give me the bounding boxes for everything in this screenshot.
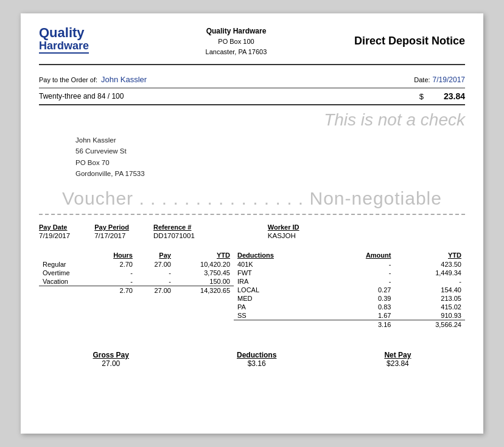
ded-row-label: IRA <box>234 277 326 286</box>
dollar-sign: $ <box>419 92 424 101</box>
earnings-row: Regular 2.70 27.00 10,420.20 <box>39 260 234 269</box>
ded-col-amount: Amount <box>326 250 395 260</box>
not-check-text: This is not a check <box>324 110 465 129</box>
ded-row-ytd: 154.40 <box>394 286 465 294</box>
deductions-row: SS 1.67 910.93 <box>234 311 465 320</box>
voucher-section: Pay Date 7/19/2017 Pay Period 7/17/2017 … <box>39 215 465 368</box>
pay-to-label: Pay to the Order of: <box>39 76 97 83</box>
deductions-row: FWT - 1,449.34 <box>234 269 465 277</box>
pay-to-name: John Kassler <box>101 75 414 84</box>
earnings-table: Hours Pay YTD Regular 2.70 27.00 10,420.… <box>39 250 234 295</box>
amount-value: 23.84 <box>429 91 465 101</box>
company-name: Quality Hardware <box>118 26 354 37</box>
ded-row-amount: 0.27 <box>326 286 395 294</box>
earnings-col-pay: Pay <box>136 250 175 260</box>
earnings-total-row: 2.70 27.00 14,320.65 <box>39 286 234 295</box>
worker-id-col: Worker ID KASJOH <box>268 224 299 239</box>
deductions-row: PA 0.83 415.02 <box>234 303 465 311</box>
earnings-total-ytd: 14,320.65 <box>175 286 234 295</box>
earnings-row-ytd: 3,750.45 <box>175 269 234 277</box>
ded-row-ytd: 213.05 <box>394 294 465 303</box>
not-check-area: This is not a check <box>39 105 465 132</box>
earnings-row-pay: - <box>136 269 175 277</box>
earnings-row: Vacation - - 150.00 <box>39 277 234 286</box>
summary-deductions-label: Deductions <box>237 351 276 359</box>
date-label: Date: <box>414 76 430 83</box>
ded-row-ytd: 1,449.34 <box>394 269 465 277</box>
earnings-row-pay: 27.00 <box>136 260 175 269</box>
ded-row-label: 401K <box>234 260 326 269</box>
voucher-separator: Voucher . . . . . . . . . . . . . . . No… <box>39 182 465 215</box>
deductions-table: Deductions Amount YTD 401K - 423.50 FWT … <box>234 250 465 329</box>
date-value: 7/19/2017 <box>433 76 465 84</box>
worker-id-value: KASJOH <box>268 232 299 239</box>
logo-hardware: Hardware <box>39 40 89 54</box>
deductions-row: MED 0.39 213.05 <box>234 294 465 303</box>
net-pay-col: Net Pay $23.84 <box>384 351 411 368</box>
pay-date-value: 7/19/2017 <box>39 232 70 239</box>
ded-row-label: LOCAL <box>234 286 326 294</box>
worker-id-header: Worker ID <box>268 224 299 231</box>
address-block: John Kassler 56 Curveview St PO Box 70 G… <box>39 132 465 182</box>
earnings-row-label: Regular <box>39 260 94 269</box>
ded-row-amount: 0.39 <box>326 294 395 303</box>
amount-words: Twenty-three and 84 / 100 <box>39 92 419 100</box>
pay-row: Pay to the Order of: John Kassler Date: … <box>39 71 465 88</box>
company-address2: Lancaster, PA 17603 <box>118 47 354 57</box>
net-pay-value: $23.84 <box>384 359 411 368</box>
earnings-row-ytd: 150.00 <box>175 277 234 286</box>
ded-row-label: FWT <box>234 269 326 277</box>
reference-header: Reference # <box>153 224 195 231</box>
pay-info-row: Pay Date 7/19/2017 Pay Period 7/17/2017 … <box>39 224 465 245</box>
summary-deductions-col: Deductions $3.16 <box>237 351 276 368</box>
document: Quality Hardware Quality Hardware PO Box… <box>21 13 483 434</box>
pay-period-value: 7/17/2017 <box>94 232 129 239</box>
logo-area: Quality Hardware <box>39 26 118 54</box>
details-row: Hours Pay YTD Regular 2.70 27.00 10,420.… <box>39 250 465 329</box>
ded-col-label: Deductions <box>234 250 326 260</box>
address-line3: PO Box 70 <box>75 157 465 168</box>
ded-row-amount: - <box>326 277 395 286</box>
notice-title: Direct Deposit Notice <box>354 35 465 48</box>
address-line1: John Kassler <box>75 135 465 146</box>
ded-row-label: SS <box>234 311 326 320</box>
earnings-col-label <box>39 250 94 260</box>
deductions-row: 401K - 423.50 <box>234 260 465 269</box>
company-info: Quality Hardware PO Box 100 Lancaster, P… <box>118 26 354 57</box>
summary-footer: Gross Pay 27.00 Deductions $3.16 Net Pay… <box>39 347 465 368</box>
logo-quality: Quality <box>39 26 118 40</box>
earnings-row-hours: - <box>94 269 136 277</box>
earnings-row-label: Overtime <box>39 269 94 277</box>
ded-row-ytd: 423.50 <box>394 260 465 269</box>
earnings-total-hours: 2.70 <box>94 286 136 295</box>
ded-row-amount: 1.67 <box>326 311 395 320</box>
deductions-row: LOCAL 0.27 154.40 <box>234 286 465 294</box>
ded-row-label: MED <box>234 294 326 303</box>
ded-row-ytd: 910.93 <box>394 311 465 320</box>
reference-col: Reference # DD17071001 <box>153 224 195 239</box>
ded-row-amount: - <box>326 260 395 269</box>
earnings-col-hours: Hours <box>94 250 136 260</box>
ded-row-amount: - <box>326 269 395 277</box>
pay-date-header: Pay Date <box>39 224 70 231</box>
summary-deductions-value: $3.16 <box>237 359 276 368</box>
ded-row-label: PA <box>234 303 326 311</box>
net-pay-label: Net Pay <box>384 351 411 359</box>
header: Quality Hardware Quality Hardware PO Box… <box>39 26 465 65</box>
ded-total-amount: 3.16 <box>326 320 395 329</box>
deductions-section: Deductions Amount YTD 401K - 423.50 FWT … <box>234 250 465 329</box>
earnings-row-ytd: 10,420.20 <box>175 260 234 269</box>
earnings-row: Overtime - - 3,750.45 <box>39 269 234 277</box>
earnings-section: Hours Pay YTD Regular 2.70 27.00 10,420.… <box>39 250 234 329</box>
earnings-row-pay: - <box>136 277 175 286</box>
gross-pay-col: Gross Pay 27.00 <box>93 351 129 368</box>
pay-period-col: Pay Period 7/17/2017 <box>94 224 129 239</box>
earnings-row-hours: - <box>94 277 136 286</box>
address-line2: 56 Curveview St <box>75 146 465 157</box>
ded-total-ytd: 3,566.24 <box>394 320 465 329</box>
gross-pay-label: Gross Pay <box>93 351 129 359</box>
ded-col-ytd: YTD <box>394 250 465 260</box>
earnings-total-pay: 27.00 <box>136 286 175 295</box>
address-line4: Gordonville, PA 17533 <box>75 168 465 179</box>
deductions-total-row: 3.16 3,566.24 <box>234 320 465 329</box>
